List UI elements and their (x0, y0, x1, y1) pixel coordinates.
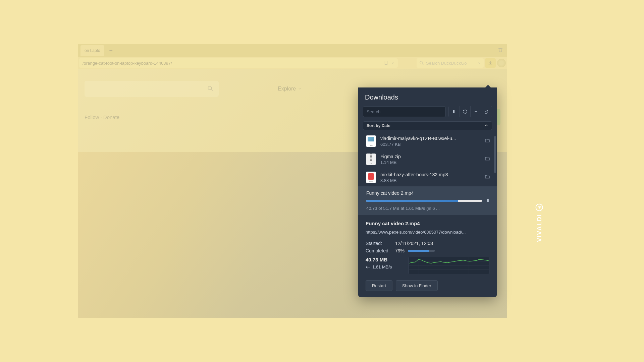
svg-point-0 (420, 61, 423, 64)
show-in-folder-icon[interactable] (485, 156, 490, 163)
follow-donate-text[interactable]: Follow · Donate (85, 114, 119, 120)
svg-rect-6 (488, 199, 489, 202)
file-name: Funny cat video 2.mp4 (366, 190, 490, 196)
chevron-up-icon (484, 123, 488, 128)
address-bar: /orange-cat-foot-on-laptop-keyboard-1440… (78, 57, 507, 69)
download-item[interactable]: mixkit-hazy-after-hours-132.mp3 3.88 MB (358, 168, 497, 186)
speed-icon (366, 265, 370, 269)
pause-all-button[interactable] (449, 106, 460, 117)
resume-all-button[interactable] (460, 106, 470, 117)
downloaded-size: 40.73 MB (366, 257, 402, 262)
chevron-down-icon (298, 87, 302, 91)
speed-graph (409, 257, 489, 274)
chevron-down-icon[interactable] (391, 61, 394, 65)
vivaldi-logo-icon (536, 204, 543, 211)
scrollbar[interactable] (494, 136, 496, 173)
file-icon-mp3 (366, 172, 376, 183)
tabstrip: on Lapto + (78, 44, 507, 57)
download-item[interactable]: Figma.zip 1.14 MB (358, 150, 497, 168)
url-field[interactable]: /orange-cat-foot-on-laptop-keyboard-1440… (79, 58, 398, 68)
download-controls (448, 106, 492, 117)
search-field[interactable]: Search DuckDuckGo (417, 58, 484, 68)
file-icon-jpg (366, 135, 376, 147)
remove-button[interactable] (470, 106, 481, 117)
broom-icon (484, 109, 489, 114)
download-item[interactable]: vladimir-malyavko-qTZR-B0wxel-u... 603.7… (358, 132, 497, 150)
downloads-button[interactable] (485, 58, 496, 68)
clear-all-button[interactable] (481, 106, 492, 117)
trash-icon[interactable] (498, 47, 503, 54)
restart-button[interactable]: Restart (366, 280, 392, 291)
panel-title: Downloads (358, 87, 497, 106)
completed-value: 79% (395, 248, 405, 253)
started-value: 12/11/2021, 12:03 (395, 241, 433, 246)
file-size: 1.14 MB (380, 160, 480, 165)
bookmark-icon[interactable] (384, 61, 388, 65)
profile-avatar[interactable] (497, 59, 506, 67)
detail-url: https://www.pexels.com/video/6865077/dow… (366, 230, 489, 235)
sort-header[interactable]: Sort by Date (363, 121, 492, 130)
search-icon (207, 85, 213, 93)
svg-point-1 (208, 86, 212, 90)
downloads-list: vladimir-malyavko-qTZR-B0wxel-u... 603.7… (358, 130, 497, 215)
file-name: vladimir-malyavko-qTZR-B0wxel-u... (380, 136, 480, 141)
detail-file-name: Funny cat video 2.mp4 (366, 221, 489, 226)
mini-progress-bar (408, 250, 435, 252)
show-in-folder-icon[interactable] (485, 138, 490, 144)
progress-bar (366, 200, 482, 202)
file-name: mixkit-hazy-after-hours-132.mp3 (380, 172, 480, 177)
completed-label: Completed: (366, 248, 395, 253)
search-placeholder: Search DuckDuckGo (426, 61, 467, 66)
browser-chrome: on Lapto + /orange-cat-foot-on-laptop-ke… (78, 44, 507, 69)
downloads-panel: Downloads Sort by Date (358, 87, 497, 297)
download-details: Funny cat video 2.mp4 https://www.pexels… (358, 215, 497, 297)
explore-link[interactable]: Explore (278, 86, 302, 92)
pause-download-icon[interactable] (486, 198, 490, 204)
url-text: /orange-cat-foot-on-laptop-keyboard-1440… (83, 61, 172, 66)
file-icon-zip (366, 154, 376, 165)
show-in-finder-button[interactable]: Show in Finder (396, 280, 438, 291)
file-name: Figma.zip (380, 154, 480, 159)
new-tab-button[interactable]: + (107, 47, 115, 55)
svg-rect-5 (487, 199, 488, 202)
chevron-down-icon[interactable] (478, 61, 481, 65)
search-icon (419, 61, 424, 65)
svg-rect-4 (454, 110, 455, 113)
pause-icon (452, 110, 456, 114)
file-size: 3.88 MB (380, 178, 480, 183)
show-in-folder-icon[interactable] (485, 174, 490, 181)
site-search[interactable] (85, 81, 219, 97)
download-icon (488, 60, 493, 66)
download-item-active[interactable]: Funny cat video 2.mp4 40.73 of 51.7 MB a… (358, 186, 497, 215)
download-speed: 1.61 MB/s (372, 264, 392, 269)
downloads-search-input[interactable] (363, 106, 446, 117)
started-label: Started: (366, 241, 395, 246)
minus-icon (474, 110, 478, 114)
browser-tab[interactable]: on Lapto (80, 45, 104, 56)
svg-rect-3 (453, 110, 454, 113)
file-size: 603.77 KB (380, 142, 480, 147)
vivaldi-watermark: VIVALDI (536, 204, 543, 242)
download-status: 40.73 of 51.7 MB at 1.61 MB/s (in 6 ... (366, 206, 490, 211)
restart-icon (463, 109, 468, 114)
